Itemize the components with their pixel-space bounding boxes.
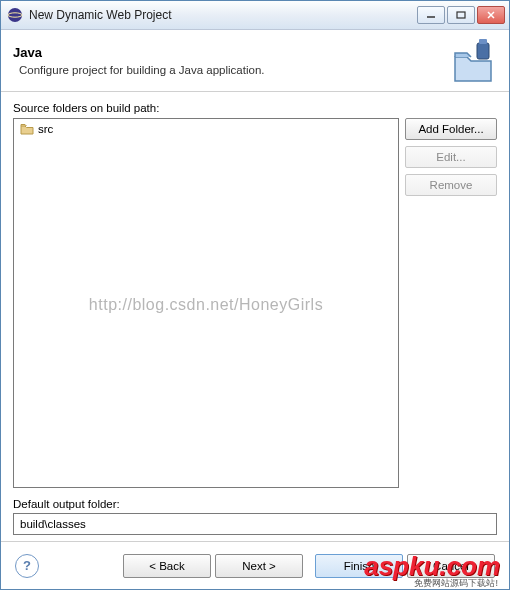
footer: ? < Back Next > Finish Cancel: [1, 541, 509, 589]
source-folders-tree[interactable]: src http://blog.csdn.net/HoneyGirls: [13, 118, 399, 488]
dialog-window: New Dynamic Web Project Java Configure p…: [0, 0, 510, 590]
output-folder-label: Default output folder:: [13, 498, 497, 510]
source-folders-label: Source folders on build path:: [13, 102, 497, 114]
banner-subtitle: Configure project for building a Java ap…: [19, 64, 449, 76]
finish-button[interactable]: Finish: [315, 554, 403, 578]
eclipse-icon: [7, 7, 23, 23]
tree-item-label: src: [38, 123, 53, 135]
minimize-button[interactable]: [417, 6, 445, 24]
package-folder-icon: [20, 123, 34, 135]
edit-button[interactable]: Edit...: [405, 146, 497, 168]
banner-title: Java: [13, 45, 449, 60]
window-controls: [417, 6, 505, 24]
cancel-button[interactable]: Cancel: [407, 554, 495, 578]
add-folder-button[interactable]: Add Folder...: [405, 118, 497, 140]
back-button[interactable]: < Back: [123, 554, 211, 578]
content-area: Source folders on build path: src http:/…: [1, 92, 509, 541]
svg-rect-7: [479, 39, 487, 44]
svg-point-0: [8, 8, 22, 22]
close-button[interactable]: [477, 6, 505, 24]
output-folder-input[interactable]: [13, 513, 497, 535]
svg-rect-6: [477, 43, 489, 59]
wizard-banner: Java Configure project for building a Ja…: [1, 30, 509, 92]
next-button[interactable]: Next >: [215, 554, 303, 578]
folder-jar-icon: [449, 37, 497, 85]
watermark-text: http://blog.csdn.net/HoneyGirls: [14, 296, 398, 314]
tree-item[interactable]: src: [20, 123, 392, 135]
maximize-button[interactable]: [447, 6, 475, 24]
window-title: New Dynamic Web Project: [29, 8, 417, 22]
titlebar[interactable]: New Dynamic Web Project: [1, 1, 509, 30]
remove-button[interactable]: Remove: [405, 174, 497, 196]
svg-rect-3: [457, 12, 465, 18]
help-button[interactable]: ?: [15, 554, 39, 578]
